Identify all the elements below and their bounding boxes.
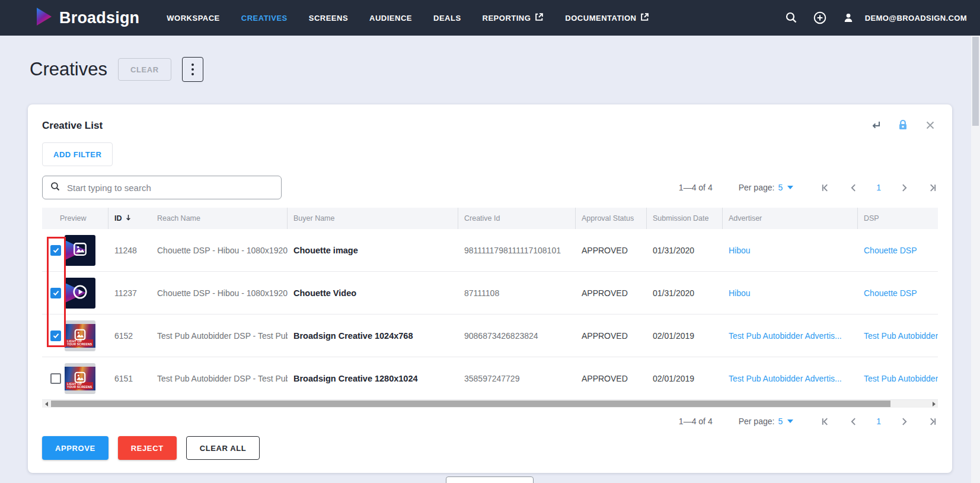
external-link-icon <box>640 12 649 23</box>
horizontal-scrollbar[interactable] <box>42 400 938 408</box>
cell-id: 6152 <box>108 331 151 341</box>
per-page-select[interactable]: Per page: 5 <box>739 183 794 192</box>
vertical-scrollbar-thumb[interactable] <box>972 37 979 126</box>
nav-item-screens[interactable]: SCREENS <box>309 14 348 23</box>
creative-table: Preview ID Reach Name Buyer Name Creativ… <box>42 208 938 408</box>
sort-desc-icon <box>125 214 132 223</box>
col-header-creative-id[interactable]: Creative Id <box>458 208 576 229</box>
clear-button[interactable]: CLEAR <box>118 58 171 81</box>
table-row: LIGHT UPYOUR SCREENS 6151 Test Pub Autob… <box>42 357 938 400</box>
col-header-advertiser[interactable]: Advertiser <box>723 208 858 229</box>
cell-approval-status: APPROVED <box>576 374 647 383</box>
col-header-dsp[interactable]: DSP <box>858 208 938 229</box>
nav-item-reporting[interactable]: REPORTING <box>483 12 544 23</box>
dsp-link[interactable]: Test Pub Autobidder <box>858 331 938 341</box>
col-header-submission-date[interactable]: Submission Date <box>647 208 723 229</box>
col-header-approval-status[interactable]: Approval Status <box>576 208 647 229</box>
video-preview-icon <box>72 284 88 303</box>
prev-page-icon[interactable] <box>848 182 858 193</box>
table-body: LIGHT UPYOUR SCREENS 11248 Chouette DSP … <box>42 229 938 400</box>
current-page[interactable]: 1 <box>876 417 881 426</box>
dsp-link[interactable]: Chouette DSP <box>858 246 938 255</box>
current-page[interactable]: 1 <box>876 183 881 192</box>
cell-id: 11248 <box>108 246 151 255</box>
cell-submission-date: 02/01/2019 <box>647 374 723 383</box>
cell-submission-date: 01/31/2020 <box>647 288 723 298</box>
user-icon[interactable] <box>841 11 855 25</box>
nav-item-workspace[interactable]: WORKSPACE <box>167 14 219 23</box>
panel-title: Creative List <box>42 117 103 132</box>
last-page-icon[interactable] <box>927 416 938 427</box>
per-page-select[interactable]: Per page: 5 <box>739 417 794 426</box>
creative-preview-thumbnail[interactable]: LIGHT UPYOUR SCREENS <box>65 235 95 266</box>
creative-preview-thumbnail[interactable]: LIGHT UPYOUR SCREENS <box>65 278 95 309</box>
next-page-icon[interactable] <box>899 416 909 427</box>
advertiser-link[interactable]: Hibou <box>723 288 858 298</box>
first-page-icon[interactable] <box>819 416 830 427</box>
search-input-icon <box>50 181 61 195</box>
table-row: LIGHT UPYOUR SCREENS 11237 Chouette DSP … <box>42 272 938 314</box>
brand-name: Broadsign <box>59 9 139 27</box>
partial-hidden-button[interactable] <box>446 476 534 483</box>
enter-icon[interactable] <box>868 117 883 133</box>
first-page-icon[interactable] <box>819 182 830 193</box>
pagination-range: 1—4 of 4 <box>679 183 713 192</box>
search-icon[interactable] <box>784 11 799 25</box>
add-filter-button[interactable]: ADD FILTER <box>42 142 113 166</box>
user-email[interactable]: DEMO@BROADSIGN.COM <box>865 14 967 23</box>
cell-creative-id: 358597247729 <box>458 374 576 383</box>
page-header: Creatives CLEAR <box>30 57 203 82</box>
cell-id: 11237 <box>108 288 151 298</box>
clear-all-button[interactable]: CLEAR ALL <box>186 436 260 460</box>
nav-item-audience[interactable]: AUDIENCE <box>369 14 412 23</box>
col-header-buyer-name[interactable]: Buyer Name <box>288 208 458 229</box>
search-field[interactable] <box>42 176 282 199</box>
search-input[interactable] <box>67 183 274 193</box>
cell-creative-id: 9086873426823824 <box>458 331 576 341</box>
reject-button[interactable]: REJECT <box>118 436 177 460</box>
vertical-scrollbar[interactable] <box>971 36 980 483</box>
broadsign-logo-icon <box>36 7 53 29</box>
bulk-actions: APPROVE REJECT CLEAR ALL <box>42 436 938 460</box>
last-page-icon[interactable] <box>927 182 938 193</box>
nav-item-creatives[interactable]: CREATIVES <box>241 14 288 23</box>
dsp-link[interactable]: Test Pub Autobidder <box>858 374 938 383</box>
brand-logo[interactable]: Broadsign <box>36 7 139 29</box>
next-page-icon[interactable] <box>899 182 909 193</box>
advertiser-link[interactable]: Test Pub Autobidder Advertis... <box>723 331 858 341</box>
col-header-preview[interactable]: Preview <box>42 208 108 229</box>
cell-reach-name: Chouette DSP - Hibou - 1080x1920 <box>151 288 288 298</box>
nav-item-deals[interactable]: DEALS <box>433 14 461 23</box>
cell-buyer-name: Broadsign Creative 1280x1024 <box>288 374 458 383</box>
col-header-id[interactable]: ID <box>108 208 151 229</box>
prev-page-icon[interactable] <box>848 416 858 427</box>
cell-approval-status: APPROVED <box>576 331 647 341</box>
cell-reach-name: Test Pub Autobidder DSP - Test Pub <box>151 331 288 341</box>
row-checkbox[interactable] <box>50 245 61 256</box>
row-checkbox[interactable] <box>50 331 61 341</box>
creative-preview-thumbnail[interactable]: LIGHT UPYOUR SCREENS <box>65 320 95 351</box>
image-preview-icon <box>74 328 87 344</box>
creative-preview-thumbnail[interactable]: LIGHT UPYOUR SCREENS <box>65 363 95 394</box>
horizontal-scrollbar-thumb[interactable] <box>51 401 890 407</box>
cell-approval-status: APPROVED <box>576 288 647 298</box>
cell-id: 6151 <box>108 374 151 383</box>
kebab-menu-button[interactable] <box>182 57 203 82</box>
add-circle-icon[interactable] <box>813 11 827 25</box>
lock-icon[interactable] <box>895 117 911 133</box>
nav-menu: WORKSPACE CREATIVES SCREENS AUDIENCE DEA… <box>167 12 649 23</box>
table-row: LIGHT UPYOUR SCREENS 11248 Chouette DSP … <box>42 229 938 272</box>
approve-button[interactable]: APPROVE <box>42 436 108 460</box>
pagination-top: 1—4 of 4 Per page: 5 1 <box>679 182 938 193</box>
scroll-left-icon[interactable] <box>42 400 50 408</box>
col-header-reach-name[interactable]: Reach Name <box>151 208 288 229</box>
dsp-link[interactable]: Chouette DSP <box>858 288 938 298</box>
nav-item-documentation[interactable]: DOCUMENTATION <box>565 12 649 23</box>
row-checkbox[interactable] <box>50 373 61 384</box>
advertiser-link[interactable]: Test Pub Autobidder Advertis... <box>723 374 858 383</box>
row-checkbox[interactable] <box>50 288 61 298</box>
advertiser-link[interactable]: Hibou <box>723 246 858 255</box>
close-icon[interactable] <box>922 117 938 133</box>
scroll-right-icon[interactable] <box>930 400 938 408</box>
cell-buyer-name: Chouette image <box>288 246 458 255</box>
